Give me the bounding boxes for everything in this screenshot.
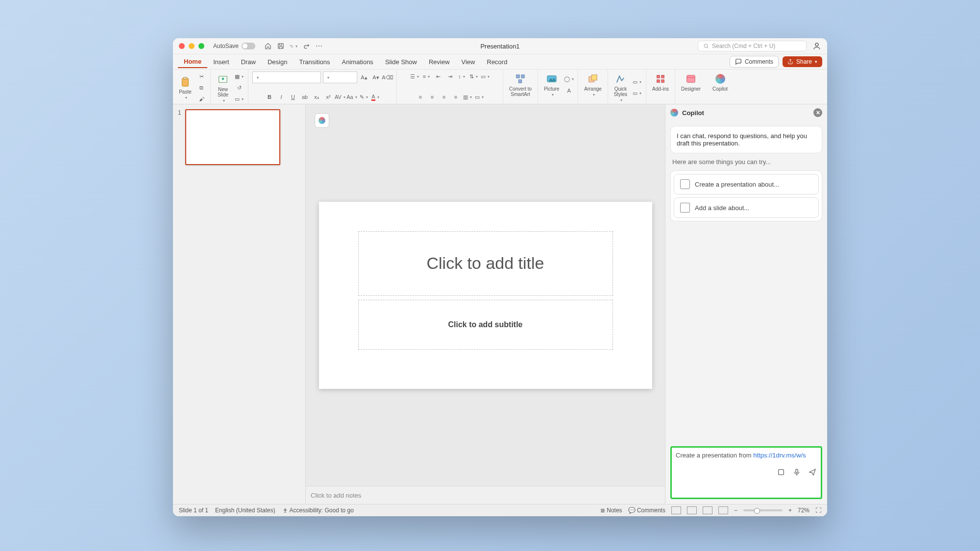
copilot-input[interactable]: Create a presentation from https://1drv.… [670,446,822,499]
bold-icon[interactable]: B [265,92,274,102]
reading-view-icon[interactable] [703,506,712,514]
smartart-icon[interactable]: ▭ [474,92,484,102]
undo-icon[interactable] [290,42,297,50]
tab-view[interactable]: View [456,56,481,68]
tab-slide-show[interactable]: Slide Show [379,56,423,68]
tab-record[interactable]: Record [481,56,514,68]
italic-icon[interactable]: I [276,92,286,102]
cut-icon[interactable]: ✂ [196,72,206,81]
section-icon[interactable]: ▭ [234,94,244,104]
tab-draw[interactable]: Draw [235,56,262,68]
highlight-icon[interactable]: ✎ [359,92,368,102]
zoom-level[interactable]: 72% [798,507,809,514]
copilot-ribbon-button[interactable] [689,72,693,73]
mic-icon[interactable] [792,468,801,477]
align-right-icon[interactable]: ≡ [439,92,449,102]
designer-button[interactable]: Designer [679,72,703,93]
numbering-icon[interactable]: ≡ [421,72,431,81]
thumbnail[interactable] [185,109,280,165]
slide-thumb-1[interactable]: 1 [178,109,300,165]
share-people-icon[interactable] [812,42,821,50]
slideshow-view-icon[interactable] [718,506,728,514]
font-shrink-icon[interactable]: A▾ [371,72,381,82]
minimize-window-icon[interactable] [189,43,195,49]
format-painter-icon[interactable]: 🖌 [196,94,206,104]
normal-view-icon[interactable] [671,506,681,514]
status-comments[interactable]: 💬 Comments [628,507,665,514]
status-accessibility[interactable]: Accessibility: Good to go [282,507,354,514]
font-family-select[interactable] [252,72,321,83]
columns-icon[interactable]: ▥ [463,92,472,102]
layout-icon[interactable]: ▦ [234,72,244,81]
strike-icon[interactable]: ab [300,92,310,102]
line-spacing-icon[interactable]: ↕ [457,72,466,81]
comments-button[interactable]: Comments [730,56,779,68]
shapes-icon[interactable]: ◯ [564,74,574,84]
shape-fill-icon[interactable]: ▭ [632,77,642,87]
text-box-icon[interactable]: A [564,86,574,96]
zoom-out-icon[interactable]: − [734,507,737,514]
bullets-icon[interactable]: ☰ [410,72,419,81]
tab-design[interactable]: Design [262,56,293,68]
fit-window-icon[interactable]: ⛶ [815,507,821,514]
save-icon[interactable] [277,42,285,50]
arrange-button[interactable]: Arrange [582,72,604,98]
zoom-in-icon[interactable]: + [788,507,792,514]
slide-canvas[interactable]: Click to add title Click to add subtitle [306,104,665,486]
font-size-select[interactable] [323,72,357,83]
tab-animations[interactable]: Animations [336,56,379,68]
close-icon[interactable]: ✕ [813,108,822,117]
suggestion-add-slide[interactable]: Add a slide about... [674,197,819,218]
justify-icon[interactable]: ≡ [451,92,461,102]
underline-icon[interactable]: U [288,92,298,102]
char-spacing-icon[interactable]: AV [335,92,345,102]
tab-transitions[interactable]: Transitions [293,56,336,68]
copilot-float-icon[interactable] [315,113,329,128]
outdent-icon[interactable]: ⇤ [433,72,443,81]
fullscreen-window-icon[interactable] [198,43,204,49]
sorter-view-icon[interactable] [687,506,697,514]
more-icon[interactable]: ⋯ [315,42,323,50]
suggestion-create-presentation[interactable]: Create a presentation about... [674,174,819,194]
font-color-icon[interactable]: A [370,92,380,102]
tab-home[interactable]: Home [178,56,207,68]
font-grow-icon[interactable]: A▴ [359,72,369,82]
copy-icon[interactable]: ⧉ [196,83,206,93]
indent-icon[interactable]: ⇥ [445,72,455,81]
paste-button[interactable]: Paste [177,74,194,101]
autosave-toggle[interactable] [242,43,255,49]
addins-button[interactable]: Add-ins [650,72,671,93]
align-text-icon[interactable]: ▭ [480,72,490,81]
superscript-icon[interactable]: x² [323,92,333,102]
redo-icon[interactable] [302,42,310,50]
new-slide-button[interactable]: New Slide [215,72,231,104]
subtitle-placeholder[interactable]: Click to add subtitle [358,300,613,350]
align-left-icon[interactable]: ≡ [416,92,425,102]
zoom-slider[interactable] [743,509,783,511]
reset-slide-icon[interactable]: ↺ [234,83,244,93]
change-case-icon[interactable]: Aa [347,92,357,102]
picture-button[interactable]: Picture [542,72,561,98]
status-language[interactable]: English (United States) [215,507,275,514]
tab-review[interactable]: Review [423,56,456,68]
convert-smartart-button[interactable]: Convert to SmartArt [507,72,534,98]
share-button[interactable]: Share ▾ [783,56,822,67]
text-direction-icon[interactable]: ⇅ [468,72,478,81]
notes-input[interactable]: Click to add notes [306,486,665,504]
close-window-icon[interactable] [179,43,185,49]
home-icon[interactable] [264,42,272,50]
attach-icon[interactable] [777,468,785,477]
tab-insert[interactable]: Insert [207,56,235,68]
align-center-icon[interactable]: ≡ [427,92,437,102]
clear-format-icon[interactable]: A⌫ [383,72,392,82]
subscript-icon[interactable]: x₂ [312,92,321,102]
quick-styles-button[interactable]: Quick Styles [612,72,629,103]
status-notes[interactable]: ≣ Notes [600,507,622,514]
slide[interactable]: Click to add title Click to add subtitle [319,202,652,389]
search-input[interactable]: Search (Cmd + Ctrl + U) [698,41,807,51]
send-icon[interactable] [808,468,817,477]
shape-outline-icon[interactable]: ▭ [632,88,642,98]
copilot-button[interactable]: Copilot [710,72,730,93]
svg-point-20 [285,508,286,509]
title-placeholder[interactable]: Click to add title [358,231,613,296]
